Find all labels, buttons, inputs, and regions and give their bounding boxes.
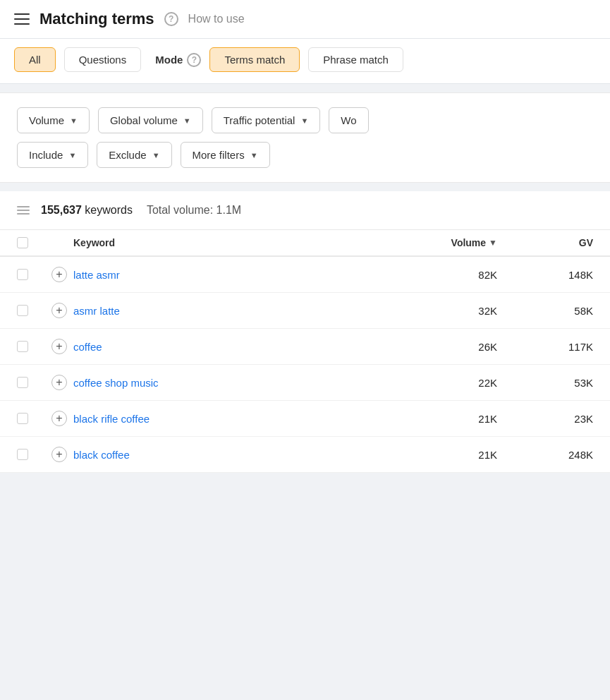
keyword-volume-0: 82K <box>424 269 508 281</box>
global-volume-filter[interactable]: Global volume ▼ <box>98 107 203 133</box>
tabs-row: All Questions Mode ? Terms match Phrase … <box>0 39 610 84</box>
row-checkbox-cell <box>17 305 45 316</box>
add-keyword-button-3[interactable]: + <box>51 375 67 390</box>
summary-lines-icon <box>17 206 30 215</box>
total-volume-text: Total volume: 1.1M <box>147 204 241 217</box>
table-section: 155,637 keywords Total volume: 1.1M Keyw… <box>0 191 610 473</box>
page-title: Matching terms <box>39 10 154 28</box>
mode-label: Mode ? <box>155 53 201 67</box>
wo-filter[interactable]: Wo <box>329 107 368 133</box>
volume-sort-icon: ▼ <box>489 238 497 248</box>
volume-chevron-icon: ▼ <box>70 116 78 125</box>
row-checkbox-cell <box>17 449 45 460</box>
keyword-link-3[interactable]: coffee shop music <box>73 377 424 389</box>
keyword-gv-2: 117K <box>508 341 593 353</box>
table-row: + asmr latte 32K 58K <box>0 293 610 329</box>
more-filters[interactable]: More filters ▼ <box>181 142 270 168</box>
row-add-cell-1: + <box>45 303 73 318</box>
th-checkbox <box>17 237 45 248</box>
keyword-link-0[interactable]: latte asmr <box>73 269 424 281</box>
keywords-count-text: 155,637 keywords <box>41 204 133 217</box>
keyword-link-4[interactable]: black rifle coffee <box>73 413 424 425</box>
row-checkbox-1[interactable] <box>17 305 28 316</box>
add-keyword-button-5[interactable]: + <box>51 447 67 462</box>
include-chevron-icon: ▼ <box>68 151 76 159</box>
row-checkbox-cell <box>17 377 45 388</box>
include-filter[interactable]: Include ▼ <box>17 142 88 168</box>
keyword-volume-1: 32K <box>424 305 508 317</box>
row-checkbox-0[interactable] <box>17 269 28 280</box>
tab-terms-match[interactable]: Terms match <box>209 47 300 72</box>
traffic-potential-filter[interactable]: Traffic potential ▼ <box>212 107 321 133</box>
row-add-cell-3: + <box>45 375 73 390</box>
table-row: + black rifle coffee 21K 23K <box>0 401 610 437</box>
keyword-link-2[interactable]: coffee <box>73 341 424 353</box>
row-checkbox-2[interactable] <box>17 341 28 352</box>
th-gv[interactable]: GV <box>508 237 593 248</box>
table-row: + coffee shop music 22K 53K <box>0 365 610 401</box>
add-keyword-button-2[interactable]: + <box>51 339 67 354</box>
row-checkbox-cell <box>17 341 45 352</box>
keyword-gv-5: 248K <box>508 449 593 461</box>
add-keyword-button-1[interactable]: + <box>51 303 67 318</box>
tab-phrase-match[interactable]: Phrase match <box>308 47 403 72</box>
keyword-gv-4: 23K <box>508 413 593 425</box>
keyword-gv-1: 58K <box>508 305 593 317</box>
volume-filter[interactable]: Volume ▼ <box>17 107 90 133</box>
help-icon[interactable]: ? <box>164 12 178 26</box>
table-row: + coffee 26K 117K <box>0 329 610 365</box>
header-checkbox[interactable] <box>17 237 28 248</box>
more-filters-chevron-icon: ▼ <box>250 151 258 159</box>
keyword-gv-0: 148K <box>508 269 593 281</box>
table-row: + latte asmr 82K 148K <box>0 257 610 293</box>
how-to-use-link[interactable]: How to use <box>188 13 245 25</box>
filters-row-2: Include ▼ Exclude ▼ More filters ▼ <box>17 142 593 168</box>
row-checkbox-4[interactable] <box>17 413 28 424</box>
tab-questions[interactable]: Questions <box>64 47 142 72</box>
row-add-cell-5: + <box>45 447 73 462</box>
keyword-volume-5: 21K <box>424 449 508 461</box>
summary-row: 155,637 keywords Total volume: 1.1M <box>0 191 610 230</box>
table-header: Keyword Volume ▼ GV <box>0 230 610 257</box>
table-row: + black coffee 21K 248K <box>0 437 610 473</box>
mode-help-icon[interactable]: ? <box>187 53 201 67</box>
traffic-potential-chevron-icon: ▼ <box>300 116 308 125</box>
row-add-cell-2: + <box>45 339 73 354</box>
row-add-cell-0: + <box>45 267 73 282</box>
th-add <box>45 237 73 248</box>
header: Matching terms ? How to use <box>0 0 610 39</box>
exclude-filter[interactable]: Exclude ▼ <box>97 142 171 168</box>
global-volume-chevron-icon: ▼ <box>183 116 191 125</box>
row-checkbox-cell <box>17 413 45 424</box>
filters-section: Volume ▼ Global volume ▼ Traffic potenti… <box>0 92 610 183</box>
keyword-volume-3: 22K <box>424 377 508 389</box>
exclude-chevron-icon: ▼ <box>152 151 160 159</box>
add-keyword-button-0[interactable]: + <box>51 267 67 282</box>
keyword-link-1[interactable]: asmr latte <box>73 305 424 317</box>
row-add-cell-4: + <box>45 411 73 426</box>
keyword-volume-2: 26K <box>424 341 508 353</box>
th-volume[interactable]: Volume ▼ <box>424 237 508 248</box>
filters-row-1: Volume ▼ Global volume ▼ Traffic potenti… <box>17 107 593 133</box>
menu-icon[interactable] <box>14 13 30 25</box>
row-checkbox-5[interactable] <box>17 449 28 460</box>
row-checkbox-cell <box>17 269 45 280</box>
th-keyword[interactable]: Keyword <box>73 237 424 248</box>
keyword-gv-3: 53K <box>508 377 593 389</box>
table-body: + latte asmr 82K 148K + asmr latte 32K 5… <box>0 257 610 473</box>
keyword-link-5[interactable]: black coffee <box>73 449 424 461</box>
row-checkbox-3[interactable] <box>17 377 28 388</box>
keyword-volume-4: 21K <box>424 413 508 425</box>
tab-all[interactable]: All <box>14 47 56 72</box>
add-keyword-button-4[interactable]: + <box>51 411 67 426</box>
